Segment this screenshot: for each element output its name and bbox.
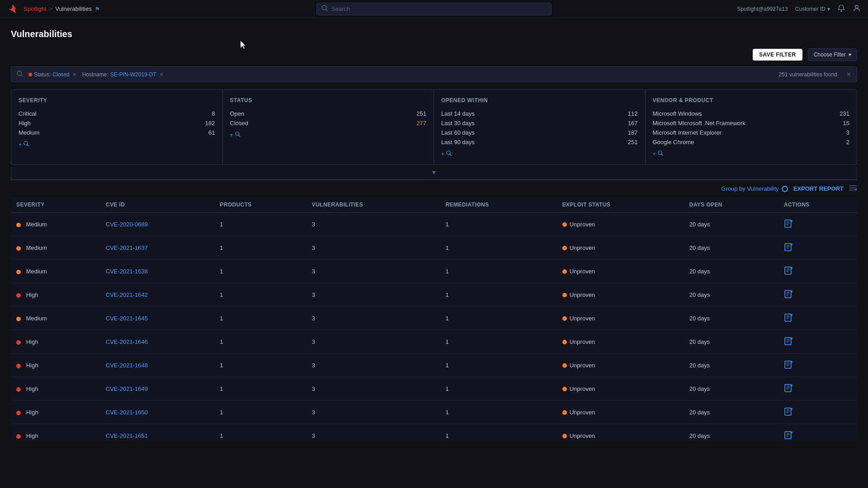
last14-row[interactable]: Last 14 days 112 (441, 109, 638, 118)
action-button-6[interactable] (784, 362, 794, 371)
severity-critical-row[interactable]: Critical 8 (19, 109, 215, 118)
google-chrome-row[interactable]: Google Chrome 2 (653, 137, 850, 147)
breadcrumb: Spotlight > Vulnerabilities ⚑ (24, 5, 100, 13)
action-button-0[interactable] (784, 221, 794, 230)
action-button-9[interactable] (784, 432, 794, 441)
table-row[interactable]: High CVE-2021-1651 1 3 1 Unproven 20 day… (11, 424, 857, 441)
choose-filter-dropdown[interactable]: Choose Filter ▾ (808, 48, 857, 61)
cell-severity-9: High (11, 424, 100, 441)
cell-exploit-7: Unproven (557, 377, 684, 401)
cell-cve-8: CVE-2021-1650 (100, 401, 214, 424)
action-button-2[interactable] (784, 268, 794, 277)
table-row[interactable]: Medium CVE-2020-0689 1 3 1 Unproven 20 d… (11, 213, 857, 236)
action-button-3[interactable] (784, 291, 794, 300)
cell-remediations-4: 1 (440, 307, 557, 330)
export-report-button[interactable]: EXPORT REPORT (793, 185, 844, 192)
ms-windows-row[interactable]: Microsoft Windows 231 (653, 109, 850, 118)
cell-exploit-9: Unproven (557, 424, 684, 441)
vendor-panel: Vendor & product Microsoft Windows 231 M… (646, 90, 857, 164)
search-bar[interactable]: Search (316, 3, 552, 15)
status-open-row[interactable]: Open 251 (230, 109, 427, 118)
svg-line-6 (21, 75, 23, 76)
svg-line-12 (450, 154, 451, 155)
severity-value: High (26, 409, 38, 416)
ms-ie-row[interactable]: Microsoft Internet Explorer 3 (653, 128, 850, 137)
action-button-8[interactable] (784, 409, 794, 418)
severity-medium-row[interactable]: Medium 61 (19, 128, 215, 137)
nav-right: Spotlight@a9927a13 Customer ID ▾ (737, 4, 861, 14)
cell-vulnerabilities-4: 3 (307, 307, 440, 330)
notifications-icon[interactable] (837, 4, 845, 14)
col-remediations[interactable]: Remediations (440, 197, 557, 213)
last30-row[interactable]: Last 30 days 167 (441, 118, 638, 128)
chevron-down-icon: ▾ (827, 6, 830, 12)
col-vulnerabilities[interactable]: Vulnerabilities (307, 197, 440, 213)
vulnerabilities-link[interactable]: Vulnerabilities (55, 5, 91, 12)
user-profile-icon[interactable] (853, 4, 861, 14)
group-by-vulnerability-button[interactable]: Group by Vulnerability (721, 185, 788, 192)
cell-days-6: 20 days (684, 354, 778, 377)
remove-status-filter[interactable]: ✕ (72, 71, 77, 78)
cell-severity-3: High (11, 283, 100, 307)
ms-dotnet-row[interactable]: Microsoft Microsoft .Net Framework 15 (653, 118, 850, 128)
vendor-add-filter[interactable]: + (653, 150, 850, 157)
ms-windows-label: Microsoft Windows (653, 110, 702, 117)
status-closed-row[interactable]: Closed 277 (230, 118, 427, 128)
cell-cve-4: CVE-2021-1645 (100, 307, 214, 330)
cell-cve-6: CVE-2021-1648 (100, 354, 214, 377)
radio-icon (782, 186, 788, 192)
exploit-status-value: Unproven (570, 221, 595, 228)
top-navigation: Spotlight > Vulnerabilities ⚑ Search Spo… (0, 0, 868, 18)
column-toggle-button[interactable] (849, 185, 857, 192)
col-days-open[interactable]: Days open (684, 197, 778, 213)
remove-hostname-filter[interactable]: ✕ (159, 71, 164, 78)
last60-label: Last 60 days (441, 129, 475, 136)
col-products[interactable]: Products (214, 197, 307, 213)
cell-vulnerabilities-3: 3 (307, 283, 440, 307)
export-label: EXPORT REPORT (793, 185, 844, 192)
table-row[interactable]: Medium CVE-2021-1645 1 3 1 Unproven 20 d… (11, 307, 857, 330)
table-row[interactable]: Medium CVE-2021-1637 1 3 1 Unproven 20 d… (11, 236, 857, 260)
status-add-filter[interactable]: + (230, 131, 427, 138)
table-row[interactable]: High CVE-2021-1649 1 3 1 Unproven 20 day… (11, 377, 857, 401)
closed-count: 277 (416, 120, 426, 127)
severity-add-filter[interactable]: + (19, 141, 215, 148)
exploit-status-value: Unproven (570, 291, 595, 298)
bookmark-icon[interactable]: ⚑ (94, 5, 100, 13)
table-row[interactable]: High CVE-2021-1648 1 3 1 Unproven 20 day… (11, 354, 857, 377)
collapse-panels-button[interactable]: ▼ (429, 167, 439, 178)
table-row[interactable]: High CVE-2021-1646 1 3 1 Unproven 20 day… (11, 330, 857, 354)
action-button-1[interactable] (784, 244, 794, 253)
table-row[interactable]: High CVE-2021-1642 1 3 1 Unproven 20 day… (11, 283, 857, 307)
action-button-7[interactable] (784, 385, 794, 394)
table-row[interactable]: Medium CVE-2021-1638 1 3 1 Unproven 20 d… (11, 260, 857, 283)
spotlight-link[interactable]: Spotlight (24, 5, 47, 12)
severity-value: Medium (26, 268, 47, 275)
cell-remediations-3: 1 (440, 283, 557, 307)
col-cve-id[interactable]: CVE ID (100, 197, 214, 213)
last60-row[interactable]: Last 60 days 187 (441, 128, 638, 137)
svg-line-8 (27, 145, 28, 146)
summary-panels: Severity Critical 8 High 182 Medium 61 + (11, 89, 857, 165)
exploit-status-value: Unproven (570, 409, 595, 416)
exploit-status-dot (562, 387, 567, 391)
cell-vulnerabilities-1: 3 (307, 236, 440, 260)
customer-id-dropdown[interactable]: Customer ID ▾ (795, 6, 830, 12)
plus-icon: + (19, 141, 22, 148)
severity-high-row[interactable]: High 182 (19, 118, 215, 128)
exploit-status-value: Unproven (570, 338, 595, 345)
severity-dot (16, 340, 21, 345)
action-button-4[interactable] (784, 315, 794, 324)
cell-days-4: 20 days (684, 307, 778, 330)
cell-exploit-6: Unproven (557, 354, 684, 377)
last90-row[interactable]: Last 90 days 251 (441, 137, 638, 147)
status-panel: Status Open 251 Closed 277 + (223, 90, 434, 164)
opened-add-filter[interactable]: + (441, 150, 638, 157)
save-filter-button[interactable]: SAVE FILTER (753, 49, 802, 61)
col-severity[interactable]: Severity (11, 197, 100, 213)
table-row[interactable]: High CVE-2021-1650 1 3 1 Unproven 20 day… (11, 401, 857, 424)
action-button-5[interactable] (784, 338, 794, 347)
col-exploit-status[interactable]: Exploit status (557, 197, 684, 213)
exploit-status-value: Unproven (570, 432, 595, 439)
close-filters-icon[interactable]: ✕ (846, 71, 851, 78)
